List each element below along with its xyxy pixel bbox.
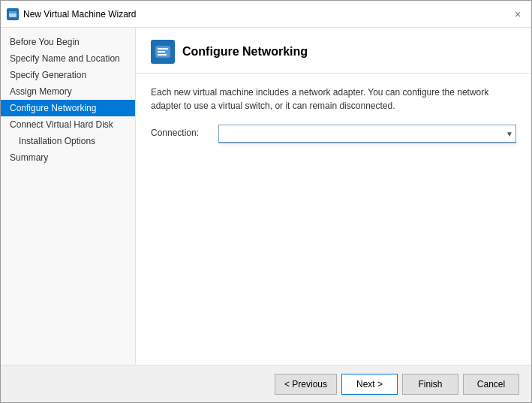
sidebar-item-assign-memory[interactable]: Assign Memory [1, 83, 135, 100]
sidebar-item-connect-hard-disk[interactable]: Connect Virtual Hard Disk [1, 116, 135, 133]
page-title: Configure Networking [182, 45, 308, 59]
svg-rect-3 [158, 48, 168, 50]
title-bar-text: New Virtual Machine Wizard [23, 9, 510, 20]
cancel-button[interactable]: Cancel [463, 374, 519, 395]
sidebar-item-installation-options[interactable]: Installation Options [1, 133, 135, 149]
close-button[interactable]: × [510, 7, 525, 22]
sidebar-item-summary[interactable]: Summary [1, 149, 135, 166]
sidebar-item-configure-networking[interactable]: Configure Networking [1, 100, 135, 116]
footer: < Previous Next > Finish Cancel [1, 365, 531, 402]
title-bar: New Virtual Machine Wizard × [1, 1, 531, 28]
connection-control: ▼ [218, 125, 516, 143]
page-header: Configure Networking [136, 28, 531, 74]
connection-dropdown[interactable] [218, 143, 516, 143]
previous-button[interactable]: < Previous [275, 374, 337, 395]
dialog-window: New Virtual Machine Wizard × Before You … [0, 0, 532, 403]
wizard-icon [7, 8, 19, 20]
svg-rect-5 [158, 54, 167, 56]
sidebar-item-specify-name-location[interactable]: Specify Name and Location [1, 50, 135, 67]
sidebar-item-before-you-begin[interactable]: Before You Begin [1, 34, 135, 50]
sidebar-item-specify-generation[interactable]: Specify Generation [1, 67, 135, 83]
next-button[interactable]: Next > [341, 374, 398, 395]
svg-rect-1 [9, 11, 17, 14]
main-content: Configure Networking Each new virtual ma… [136, 28, 531, 365]
connection-select[interactable] [218, 125, 516, 143]
finish-button[interactable]: Finish [402, 374, 458, 395]
svg-rect-4 [158, 51, 165, 53]
connection-row: Connection: ▼ [151, 125, 516, 143]
page-body: Each new virtual machine includes a netw… [136, 74, 531, 365]
content-area: Before You BeginSpecify Name and Locatio… [1, 28, 531, 365]
sidebar: Before You BeginSpecify Name and Locatio… [1, 28, 136, 365]
page-header-icon [151, 40, 175, 64]
description-text: Each new virtual machine includes a netw… [151, 86, 516, 113]
connection-label: Connection: [151, 125, 218, 138]
